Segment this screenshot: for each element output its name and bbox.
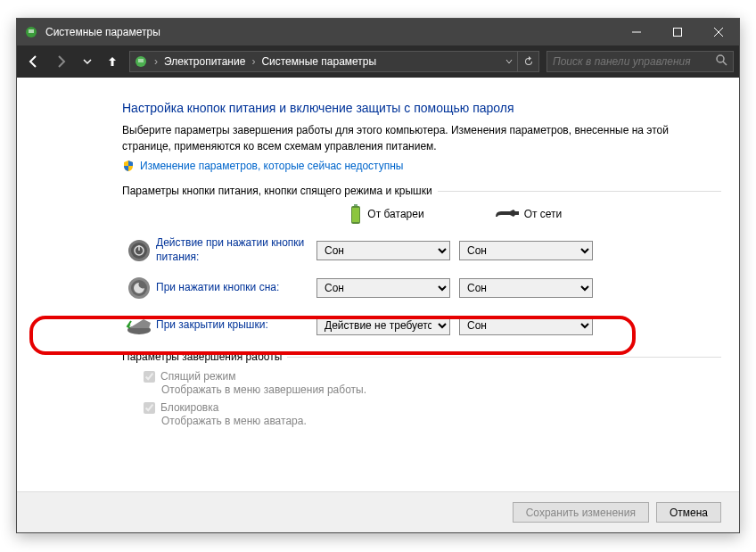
address-bar[interactable]: › Электропитание › Системные параметры: [129, 51, 539, 72]
close-button[interactable]: [698, 19, 739, 45]
sleep-checkbox-label: Спящий режим: [160, 370, 235, 383]
search-input[interactable]: [553, 55, 716, 68]
search-icon: [716, 54, 727, 69]
svg-line-9: [723, 62, 727, 65]
sleep-checkbox-description: Отображать в меню завершения работы.: [161, 383, 721, 396]
recent-dropdown[interactable]: [76, 50, 99, 73]
lock-checkbox-row: Блокировка: [144, 401, 721, 414]
section-header: Параметры завершения работы: [122, 350, 721, 363]
section-header: Параметры кнопки питания, кнопки спящего…: [122, 185, 721, 197]
nav-toolbar: › Электропитание › Системные параметры: [17, 45, 739, 78]
svg-rect-10: [354, 204, 357, 206]
chevron-right-icon: ›: [152, 55, 160, 68]
forward-button[interactable]: [49, 50, 72, 73]
refresh-button[interactable]: [517, 52, 538, 71]
footer: Сохранить изменения Отмена: [17, 491, 739, 532]
back-button[interactable]: [22, 50, 45, 73]
sleep-checkbox: [144, 371, 155, 383]
breadcrumb: › Электропитание › Системные параметры: [152, 55, 380, 68]
window-title: Системные параметры: [45, 26, 616, 38]
breadcrumb-item[interactable]: Системные параметры: [258, 55, 380, 68]
chevron-right-icon: ›: [249, 55, 258, 68]
column-headers: От батареи От сети: [122, 204, 721, 224]
svg-rect-1: [29, 29, 34, 33]
shield-icon: [122, 160, 135, 172]
power-options-icon: [24, 25, 38, 39]
page-title: Настройка кнопок питания и включение защ…: [122, 101, 721, 115]
page-description: Выберите параметры завершения работы для…: [122, 122, 675, 154]
minimize-button[interactable]: [616, 19, 657, 45]
save-button[interactable]: Сохранить изменения: [513, 502, 649, 523]
row-label: Действие при нажатии кнопки питания:: [156, 236, 316, 264]
battery-icon: [349, 204, 362, 224]
svg-rect-3: [674, 29, 682, 37]
row-label: При нажатии кнопки сна:: [156, 281, 316, 295]
sleep-button-row: При нажатии кнопки сна: Сон Сон: [122, 270, 721, 306]
lid-battery-select[interactable]: Действие не требуется: [316, 316, 450, 335]
lid-close-icon: [122, 316, 156, 335]
maximize-button[interactable]: [657, 19, 698, 45]
power-button-row: Действие при нажатии кнопки питания: Сон…: [122, 233, 721, 268]
lock-checkbox-label: Блокировка: [160, 401, 218, 414]
power-plan-icon: [134, 54, 148, 69]
search-box[interactable]: [546, 51, 734, 72]
sleep-checkbox-row: Спящий режим: [144, 370, 721, 383]
admin-settings-link[interactable]: Изменение параметров, которые сейчас нед…: [140, 160, 404, 172]
up-button[interactable]: [103, 50, 122, 73]
svg-rect-7: [138, 59, 144, 62]
cancel-button[interactable]: Отмена: [656, 502, 721, 523]
lock-checkbox-description: Отображать в меню аватара.: [161, 415, 721, 427]
sleep-button-ac-select[interactable]: Сон: [459, 278, 593, 298]
power-button-ac-select[interactable]: Сон: [459, 241, 593, 260]
plug-icon: [494, 208, 519, 220]
svg-rect-12: [352, 208, 359, 222]
on-battery-label: От батареи: [367, 208, 423, 220]
lid-close-row: При закрытии крышки: Действие не требует…: [122, 308, 721, 343]
system-settings-window: Системные параметры › Электропитание › С…: [16, 18, 740, 533]
plugged-in-label: От сети: [524, 208, 563, 220]
sleep-button-icon: [122, 276, 156, 300]
titlebar: Системные параметры: [17, 19, 739, 45]
power-button-battery-select[interactable]: Сон: [316, 241, 450, 260]
lock-checkbox: [144, 402, 155, 414]
sleep-button-battery-select[interactable]: Сон: [316, 278, 450, 298]
content-area: Настройка кнопок питания и включение защ…: [17, 79, 739, 532]
breadcrumb-item[interactable]: Электропитание: [160, 55, 249, 68]
admin-link-row: Изменение параметров, которые сейчас нед…: [122, 160, 721, 172]
lid-ac-select[interactable]: Сон: [459, 316, 593, 335]
breadcrumb-dropdown[interactable]: [501, 50, 517, 73]
svg-point-8: [717, 55, 724, 62]
row-label: При закрытии крышки:: [156, 318, 316, 333]
power-button-icon: [122, 239, 156, 262]
